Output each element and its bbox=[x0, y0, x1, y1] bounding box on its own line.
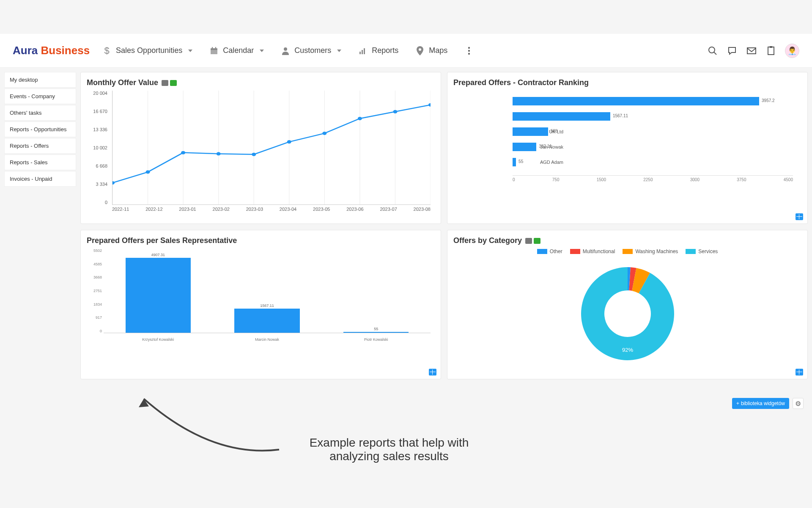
annotation-arrow bbox=[127, 386, 288, 462]
title-text: Prepared Offers per Sales Representative bbox=[87, 236, 237, 245]
card-monthly-offer: Monthly Offer Value 20 00416 67013 33610… bbox=[80, 72, 441, 224]
svg-point-28 bbox=[112, 181, 115, 185]
x-axis-labels: 2022-112022-122023-012023-022023-032023-… bbox=[112, 207, 431, 218]
svg-rect-6 bbox=[359, 52, 361, 54]
nav-calendar[interactable]: Calendar bbox=[209, 46, 264, 55]
card-by-category: Offers by Category OtherMultifunctionalW… bbox=[447, 230, 808, 379]
sidebar: My desktop Events - Company Others' task… bbox=[4, 72, 76, 379]
line-chart: 20 00416 67013 33610 0026 6683 3340 2022… bbox=[87, 91, 435, 218]
sidebar-item-reports-opportunities[interactable]: Reports - Opportunities bbox=[4, 121, 76, 137]
annotation-text: Example reports that help with analyzing… bbox=[271, 436, 508, 463]
svg-point-9 bbox=[419, 48, 421, 51]
plus-icon: + bbox=[736, 400, 739, 406]
svg-point-32 bbox=[252, 153, 256, 156]
svg-rect-15 bbox=[747, 48, 756, 54]
main-grid: Monthly Offer Value 20 00416 67013 33610… bbox=[80, 72, 808, 379]
sidebar-item-others-tasks[interactable]: Others' tasks bbox=[4, 105, 76, 121]
x-axis-labels: 075015002250300037504500 bbox=[513, 175, 793, 182]
x-axis-labels: Krzysztof KowalskiMarcin NowakPiotr Kowa… bbox=[104, 337, 431, 342]
dollar-icon: $ bbox=[102, 46, 112, 55]
nav-sales-opportunities[interactable]: $ Sales Opportunities bbox=[102, 46, 192, 55]
chevron-down-icon bbox=[188, 50, 192, 52]
table-view-icon[interactable] bbox=[796, 369, 803, 375]
svg-rect-17 bbox=[770, 46, 772, 48]
svg-point-29 bbox=[146, 170, 150, 174]
annotation-line1: Example reports that help with bbox=[271, 436, 508, 450]
export-green-icon[interactable] bbox=[170, 80, 177, 86]
sidebar-item-desktop[interactable]: My desktop bbox=[4, 72, 76, 88]
svg-point-33 bbox=[287, 140, 291, 144]
svg-point-13 bbox=[709, 47, 715, 53]
logo-part1: Aura bbox=[13, 44, 38, 57]
svg-text:$: $ bbox=[104, 46, 109, 55]
svg-point-11 bbox=[468, 50, 470, 51]
hbar-chart: Edelweiss SA3957.2ZNESPARTNER.PL SA1567.… bbox=[453, 91, 801, 188]
card-title: Prepared Offers - Contractor Ranking bbox=[453, 78, 801, 87]
nav-label: Reports bbox=[372, 46, 398, 55]
settings-button[interactable]: ⚙ bbox=[793, 398, 804, 409]
chevron-down-icon bbox=[337, 50, 341, 52]
svg-rect-7 bbox=[362, 50, 363, 54]
nav-label: Maps bbox=[429, 46, 447, 55]
export-icon[interactable] bbox=[162, 80, 168, 86]
person-icon bbox=[281, 46, 290, 55]
export-icon[interactable] bbox=[525, 238, 532, 244]
svg-rect-3 bbox=[212, 47, 213, 49]
y-axis-labels: 20 00416 67013 33610 0026 6683 3340 bbox=[87, 91, 110, 205]
search-icon[interactable] bbox=[707, 45, 718, 56]
line-svg bbox=[112, 91, 431, 204]
svg-point-37 bbox=[428, 103, 431, 107]
chevron-down-icon bbox=[260, 50, 264, 52]
calendar-icon bbox=[209, 46, 219, 55]
nav-label: Sales Opportunities bbox=[116, 46, 182, 55]
nav-items: $ Sales Opportunities Calendar Customers… bbox=[102, 46, 707, 55]
avatar[interactable]: 👨‍💼 bbox=[785, 44, 799, 58]
nav-more[interactable] bbox=[464, 46, 474, 55]
chat-icon[interactable] bbox=[727, 45, 738, 56]
table-view-icon[interactable] bbox=[429, 369, 436, 375]
title-text: Prepared Offers - Contractor Ranking bbox=[453, 78, 589, 87]
nav-reports[interactable]: Reports bbox=[358, 46, 398, 55]
pin-icon bbox=[415, 46, 425, 55]
chart-plot bbox=[112, 91, 431, 205]
svg-line-14 bbox=[714, 52, 716, 55]
donut-svg: 92% bbox=[577, 263, 678, 364]
card-contractor-ranking: Prepared Offers - Contractor Ranking Ede… bbox=[447, 72, 808, 224]
table-view-icon[interactable] bbox=[796, 213, 803, 220]
title-icons bbox=[525, 238, 540, 244]
nav-right: 👨‍💼 bbox=[707, 44, 799, 58]
svg-point-5 bbox=[284, 47, 287, 51]
sidebar-item-reports-offers[interactable]: Reports - Offers bbox=[4, 138, 76, 154]
card-title: Prepared Offers per Sales Representative bbox=[87, 236, 435, 245]
annotation-line2: analyzing sales results bbox=[271, 450, 508, 463]
widget-library-button[interactable]: + biblioteka widgetów bbox=[732, 398, 789, 409]
svg-point-34 bbox=[322, 132, 326, 135]
svg-rect-8 bbox=[364, 48, 365, 54]
topbar: Aura Business $ Sales Opportunities Cale… bbox=[0, 34, 812, 68]
svg-point-35 bbox=[358, 117, 362, 120]
svg-point-30 bbox=[181, 151, 185, 155]
bars-icon bbox=[358, 46, 368, 55]
export-green-icon[interactable] bbox=[534, 238, 540, 244]
vbar-chart: 550245853668275118349170 4907.311567.115… bbox=[87, 248, 435, 346]
sidebar-item-invoices-unpaid[interactable]: Invoices - Unpaid bbox=[4, 171, 76, 187]
svg-rect-16 bbox=[768, 47, 774, 55]
sidebar-item-events[interactable]: Events - Company bbox=[4, 88, 76, 104]
clipboard-icon[interactable] bbox=[765, 45, 776, 56]
svg-point-10 bbox=[468, 47, 470, 48]
svg-rect-4 bbox=[215, 47, 216, 49]
logo-part2: Business bbox=[41, 44, 90, 57]
nav-maps[interactable]: Maps bbox=[415, 46, 447, 55]
more-vertical-icon bbox=[464, 46, 474, 55]
nav-label: Customers bbox=[294, 46, 331, 55]
logo: Aura Business bbox=[13, 44, 90, 57]
title-text: Monthly Offer Value bbox=[87, 78, 158, 87]
svg-rect-2 bbox=[211, 50, 217, 54]
card-per-rep: Prepared Offers per Sales Representative… bbox=[80, 230, 441, 379]
title-text: Offers by Category bbox=[453, 236, 522, 245]
y-axis-labels: 550245853668275118349170 bbox=[87, 248, 102, 333]
mail-icon[interactable] bbox=[746, 45, 757, 56]
sidebar-item-reports-sales[interactable]: Reports - Sales bbox=[4, 155, 76, 170]
title-icons bbox=[162, 80, 177, 86]
nav-customers[interactable]: Customers bbox=[281, 46, 341, 55]
